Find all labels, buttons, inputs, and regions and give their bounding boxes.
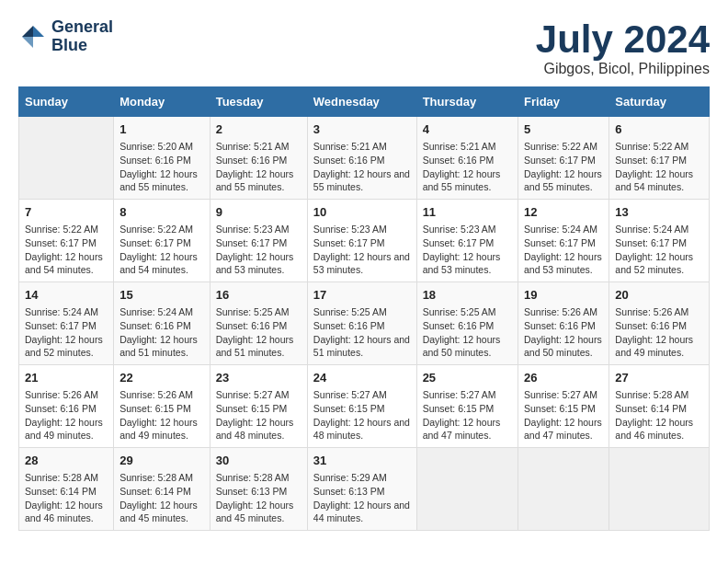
day-number: 16 [216, 287, 301, 304]
day-info: Sunrise: 5:27 AMSunset: 6:15 PMDaylight:… [313, 388, 411, 442]
cell-w4-d2: 30Sunrise: 5:28 AMSunset: 6:13 PMDayligh… [210, 447, 307, 530]
day-info: Sunrise: 5:20 AMSunset: 6:16 PMDaylight:… [119, 140, 204, 194]
day-number: 10 [313, 204, 411, 221]
day-number: 5 [524, 121, 603, 138]
day-number: 24 [313, 370, 411, 386]
cell-w4-d4 [416, 447, 518, 530]
header-sunday: Sunday [19, 87, 114, 117]
cell-w0-d1: 1Sunrise: 5:20 AMSunset: 6:16 PMDaylight… [114, 117, 210, 200]
day-number: 31 [313, 453, 411, 469]
day-number: 3 [313, 121, 411, 138]
cell-w4-d5 [518, 447, 609, 530]
day-number: 4 [423, 121, 512, 138]
cell-w3-d1: 22Sunrise: 5:26 AMSunset: 6:15 PMDayligh… [114, 365, 210, 448]
cell-w0-d0 [19, 117, 114, 200]
cell-w4-d0: 28Sunrise: 5:28 AMSunset: 6:14 PMDayligh… [19, 447, 114, 530]
day-number: 11 [423, 204, 512, 221]
cell-w1-d4: 11Sunrise: 5:23 AMSunset: 6:17 PMDayligh… [416, 200, 518, 282]
header-wednesday: Wednesday [307, 87, 416, 117]
day-number: 12 [524, 204, 603, 221]
day-info: Sunrise: 5:24 AMSunset: 6:17 PMDaylight:… [25, 305, 108, 360]
day-info: Sunrise: 5:23 AMSunset: 6:17 PMDaylight:… [313, 223, 411, 277]
cell-w1-d2: 9Sunrise: 5:23 AMSunset: 6:17 PMDaylight… [210, 200, 307, 282]
day-info: Sunrise: 5:26 AMSunset: 6:16 PMDaylight:… [615, 305, 703, 360]
day-number: 25 [423, 370, 512, 386]
day-number: 8 [119, 204, 204, 221]
day-info: Sunrise: 5:27 AMSunset: 6:15 PMDaylight:… [216, 388, 301, 442]
cell-w2-d5: 19Sunrise: 5:26 AMSunset: 6:16 PMDayligh… [518, 282, 609, 365]
day-info: Sunrise: 5:26 AMSunset: 6:15 PMDaylight:… [119, 388, 204, 442]
cell-w0-d6: 6Sunrise: 5:22 AMSunset: 6:17 PMDaylight… [609, 117, 710, 200]
cell-w2-d4: 18Sunrise: 5:25 AMSunset: 6:16 PMDayligh… [416, 282, 518, 365]
cell-w3-d0: 21Sunrise: 5:26 AMSunset: 6:16 PMDayligh… [19, 365, 114, 448]
day-info: Sunrise: 5:24 AMSunset: 6:17 PMDaylight:… [524, 223, 603, 277]
cell-w0-d4: 4Sunrise: 5:21 AMSunset: 6:16 PMDaylight… [416, 117, 518, 200]
day-info: Sunrise: 5:28 AMSunset: 6:14 PMDaylight:… [25, 471, 108, 525]
week-row-0: 1Sunrise: 5:20 AMSunset: 6:16 PMDaylight… [19, 117, 710, 200]
cell-w4-d3: 31Sunrise: 5:29 AMSunset: 6:13 PMDayligh… [307, 447, 416, 530]
svg-marker-1 [22, 26, 33, 37]
cell-w2-d1: 15Sunrise: 5:24 AMSunset: 6:16 PMDayligh… [114, 282, 210, 365]
logo-text: General Blue [51, 18, 113, 55]
week-row-3: 21Sunrise: 5:26 AMSunset: 6:16 PMDayligh… [19, 365, 710, 448]
week-row-1: 7Sunrise: 5:22 AMSunset: 6:17 PMDaylight… [19, 200, 710, 282]
day-number: 14 [25, 287, 108, 304]
day-number: 29 [119, 453, 204, 469]
cell-w1-d5: 12Sunrise: 5:24 AMSunset: 6:17 PMDayligh… [518, 200, 609, 282]
main-title: July 2024 [536, 18, 710, 61]
cell-w0-d3: 3Sunrise: 5:21 AMSunset: 6:16 PMDaylight… [307, 117, 416, 200]
day-info: Sunrise: 5:25 AMSunset: 6:16 PMDaylight:… [423, 305, 512, 360]
day-info: Sunrise: 5:27 AMSunset: 6:15 PMDaylight:… [524, 388, 603, 442]
day-number: 15 [119, 287, 204, 304]
cell-w0-d2: 2Sunrise: 5:21 AMSunset: 6:16 PMDaylight… [210, 117, 307, 200]
day-number: 7 [25, 204, 108, 221]
day-info: Sunrise: 5:22 AMSunset: 6:17 PMDaylight:… [25, 223, 108, 277]
week-row-4: 28Sunrise: 5:28 AMSunset: 6:14 PMDayligh… [19, 447, 710, 530]
day-info: Sunrise: 5:28 AMSunset: 6:13 PMDaylight:… [216, 471, 301, 525]
day-info: Sunrise: 5:24 AMSunset: 6:17 PMDaylight:… [615, 223, 703, 277]
logo: General Blue [18, 18, 113, 55]
day-info: Sunrise: 5:21 AMSunset: 6:16 PMDaylight:… [216, 140, 301, 194]
day-info: Sunrise: 5:21 AMSunset: 6:16 PMDaylight:… [423, 140, 512, 194]
day-number: 27 [615, 370, 703, 386]
cell-w2-d0: 14Sunrise: 5:24 AMSunset: 6:17 PMDayligh… [19, 282, 114, 365]
cell-w3-d3: 24Sunrise: 5:27 AMSunset: 6:15 PMDayligh… [307, 365, 416, 448]
day-number: 30 [216, 453, 301, 469]
cell-w1-d1: 8Sunrise: 5:22 AMSunset: 6:17 PMDaylight… [114, 200, 210, 282]
day-number: 1 [119, 121, 204, 138]
cell-w3-d4: 25Sunrise: 5:27 AMSunset: 6:15 PMDayligh… [416, 365, 518, 448]
day-number: 13 [615, 204, 703, 221]
day-info: Sunrise: 5:23 AMSunset: 6:17 PMDaylight:… [216, 223, 301, 277]
day-info: Sunrise: 5:22 AMSunset: 6:17 PMDaylight:… [615, 140, 703, 194]
header-thursday: Thursday [416, 87, 518, 117]
day-number: 19 [524, 287, 603, 304]
cell-w2-d2: 16Sunrise: 5:25 AMSunset: 6:16 PMDayligh… [210, 282, 307, 365]
cell-w1-d3: 10Sunrise: 5:23 AMSunset: 6:17 PMDayligh… [307, 200, 416, 282]
day-info: Sunrise: 5:25 AMSunset: 6:16 PMDaylight:… [216, 305, 301, 360]
day-number: 20 [615, 287, 703, 304]
day-info: Sunrise: 5:29 AMSunset: 6:13 PMDaylight:… [313, 471, 411, 525]
logo-icon [18, 22, 48, 52]
calendar-body: 1Sunrise: 5:20 AMSunset: 6:16 PMDaylight… [19, 117, 710, 531]
cell-w3-d6: 27Sunrise: 5:28 AMSunset: 6:14 PMDayligh… [609, 365, 710, 448]
day-info: Sunrise: 5:28 AMSunset: 6:14 PMDaylight:… [119, 471, 204, 525]
calendar-header: Sunday Monday Tuesday Wednesday Thursday… [19, 87, 710, 117]
day-number: 6 [615, 121, 703, 138]
day-number: 2 [216, 121, 301, 138]
header-monday: Monday [114, 87, 210, 117]
cell-w4-d6 [609, 447, 710, 530]
day-number: 22 [119, 370, 204, 386]
cell-w0-d5: 5Sunrise: 5:22 AMSunset: 6:17 PMDaylight… [518, 117, 609, 200]
day-number: 21 [25, 370, 108, 386]
header-friday: Friday [518, 87, 609, 117]
day-number: 28 [25, 453, 108, 469]
header-row: Sunday Monday Tuesday Wednesday Thursday… [19, 87, 710, 117]
day-info: Sunrise: 5:28 AMSunset: 6:14 PMDaylight:… [615, 388, 703, 442]
title-section: July 2024 Gibgos, Bicol, Philippines [536, 18, 710, 77]
day-info: Sunrise: 5:27 AMSunset: 6:15 PMDaylight:… [423, 388, 512, 442]
day-info: Sunrise: 5:22 AMSunset: 6:17 PMDaylight:… [119, 223, 204, 277]
cell-w1-d6: 13Sunrise: 5:24 AMSunset: 6:17 PMDayligh… [609, 200, 710, 282]
calendar-table: Sunday Monday Tuesday Wednesday Thursday… [18, 86, 710, 531]
day-number: 9 [216, 204, 301, 221]
header-saturday: Saturday [609, 87, 710, 117]
